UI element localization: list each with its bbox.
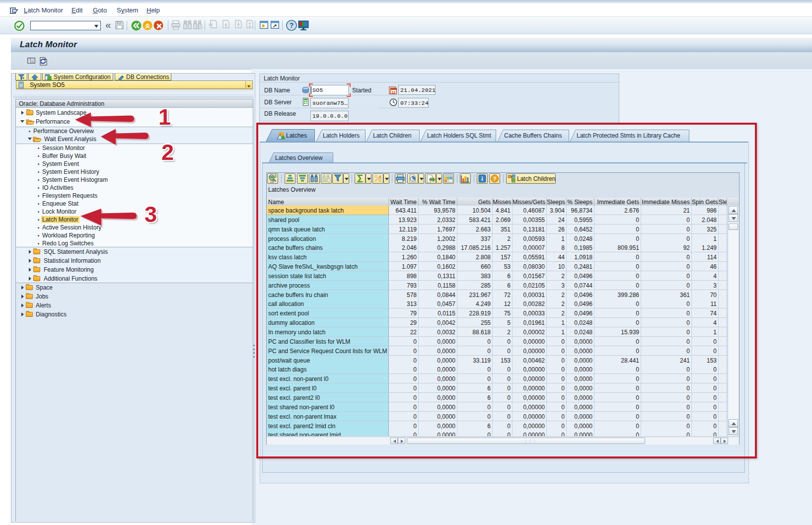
svg-text:12: 12 [392,90,396,94]
svg-text:?: ? [290,21,294,29]
